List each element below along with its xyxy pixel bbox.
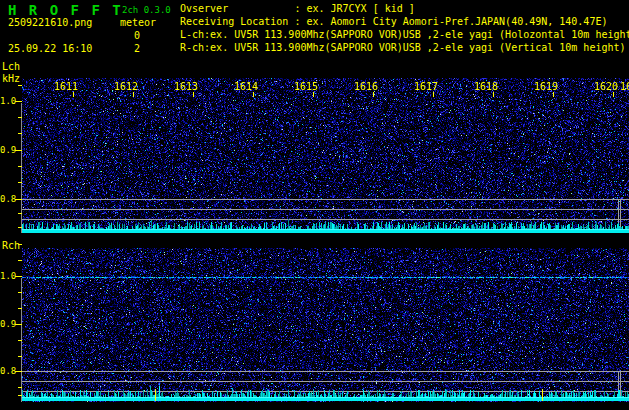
rch-major-tick: [15, 276, 22, 277]
lch-tick-label-0.8: 0.8: [0, 194, 15, 204]
lch-minor-tick: [18, 133, 22, 134]
location-line: Receiving Location : ex. Aomori City Aom…: [180, 16, 629, 28]
rch-minor-tick: [18, 395, 22, 396]
time-label-1618: 1618: [474, 81, 498, 92]
lch-tick-label-1.0: 1.0: [0, 96, 15, 106]
time-label-1616: 1616: [354, 81, 378, 92]
rch-config-line: R-ch:ex. UV5R 113.900Mhz(SAPPORO VOR)USB…: [180, 42, 629, 54]
lch-major-tick: [15, 150, 22, 151]
time-label-1615: 1615: [294, 81, 318, 92]
time-label-1611: 1611: [54, 81, 78, 92]
time-label-16: 16: [620, 81, 629, 92]
time-label-1617: 1617: [414, 81, 438, 92]
lch-spectrogram: [22, 78, 629, 233]
rch-major-tick: [15, 324, 22, 325]
lch-config-line: L-ch:ex. UV5R 113.900Mhz(SAPPORO VOR)USB…: [180, 29, 629, 41]
rch-axis-label: Rch: [2, 240, 20, 252]
rch-major-tick: [15, 371, 22, 372]
minute-tick: [193, 92, 194, 97]
lch-minor-tick: [18, 166, 22, 167]
lch-major-tick: [15, 199, 22, 200]
minute-tick: [433, 92, 434, 97]
rch-minor-tick: [18, 308, 22, 309]
observer-line: Ovserver : ex. JR7CYX [ kid ]: [180, 3, 629, 15]
minute-tick: [613, 92, 614, 97]
rch-minor-tick: [18, 387, 22, 388]
date-time-label: 25.09.22 16:10: [8, 43, 92, 55]
app-title: H R O F F T: [8, 2, 123, 18]
minute-tick: [553, 92, 554, 97]
lch-minor-tick: [18, 117, 22, 118]
lch-minor-tick: [18, 227, 22, 228]
lch-major-tick: [15, 101, 22, 102]
hrofft-window: H R O F F T 2ch 0.3.0 2509221610.png met…: [0, 0, 629, 410]
rch-minor-tick: [18, 356, 22, 357]
time-label-1619: 1619: [534, 81, 558, 92]
rch-spectrogram: [22, 248, 629, 402]
time-label-1613: 1613: [174, 81, 198, 92]
lch-minor-tick: [18, 85, 22, 86]
output-filename: 2509221610.png: [8, 17, 92, 29]
rch-minor-tick: [18, 292, 22, 293]
rch-minor-tick: [18, 260, 22, 261]
rch-tick-label-0.8: 0.8: [0, 366, 15, 376]
time-label-1612: 1612: [114, 81, 138, 92]
rch-minor-tick: [18, 340, 22, 341]
minute-tick: [133, 92, 134, 97]
minute-tick: [73, 92, 74, 97]
time-label-1614: 1614: [234, 81, 258, 92]
version-label: 2ch 0.3.0: [122, 5, 171, 15]
khz-unit-label: kHz: [2, 73, 20, 85]
minute-tick: [313, 92, 314, 97]
minute-tick: [373, 92, 374, 97]
lch-axis-label: Lch: [2, 61, 20, 73]
rch-minor-tick: [18, 244, 22, 245]
rch-tick-label-0.9: 0.9: [0, 319, 15, 329]
minute-tick: [493, 92, 494, 97]
echo-count-short: 0: [130, 30, 144, 42]
lch-minor-tick: [18, 182, 22, 183]
lch-minor-tick: [18, 213, 22, 214]
lch-tick-label-0.9: 0.9: [0, 145, 15, 155]
echo-count-long: 2: [130, 43, 144, 55]
time-label-1620: 1620: [594, 81, 618, 92]
rch-tick-label-1.0: 1.0: [0, 271, 15, 281]
minute-tick: [253, 92, 254, 97]
mode-label: meteor: [120, 17, 156, 29]
